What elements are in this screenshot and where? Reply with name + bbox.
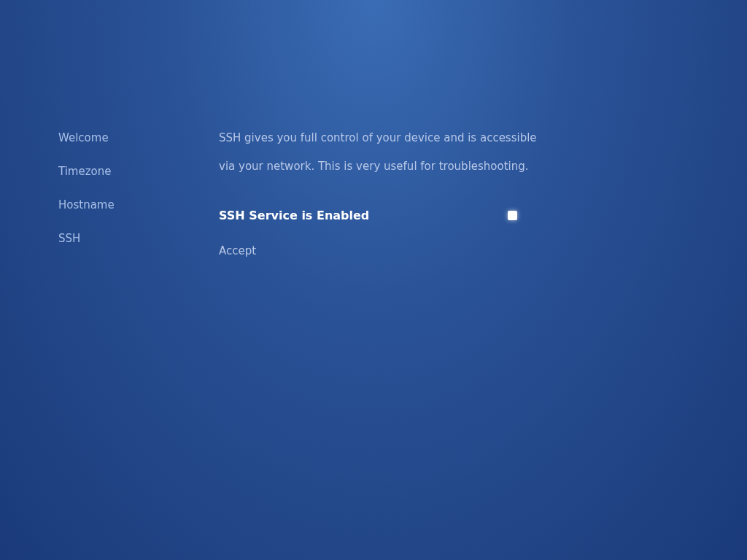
sidebar-item-welcome[interactable]: Welcome: [58, 131, 182, 144]
ssh-toggle-row[interactable]: SSH Service is Enabled: [219, 209, 537, 222]
ssh-toggle-label: SSH Service is Enabled: [219, 209, 369, 222]
content-pane: SSH gives you full control of your devic…: [182, 131, 537, 257]
setup-sidebar: Welcome Timezone Hostname SSH: [58, 131, 182, 257]
accept-button[interactable]: Accept: [219, 244, 537, 257]
sidebar-item-ssh[interactable]: SSH: [58, 232, 182, 245]
description-line-2: via your network. This is very useful fo…: [219, 152, 537, 181]
ssh-toggle-checkbox[interactable]: [508, 211, 517, 220]
ssh-description: SSH gives you full control of your devic…: [219, 124, 537, 181]
sidebar-item-hostname[interactable]: Hostname: [58, 198, 182, 211]
setup-screen: Welcome Timezone Hostname SSH SSH gives …: [0, 0, 747, 257]
description-line-1: SSH gives you full control of your devic…: [219, 124, 537, 152]
sidebar-item-timezone[interactable]: Timezone: [58, 165, 182, 178]
